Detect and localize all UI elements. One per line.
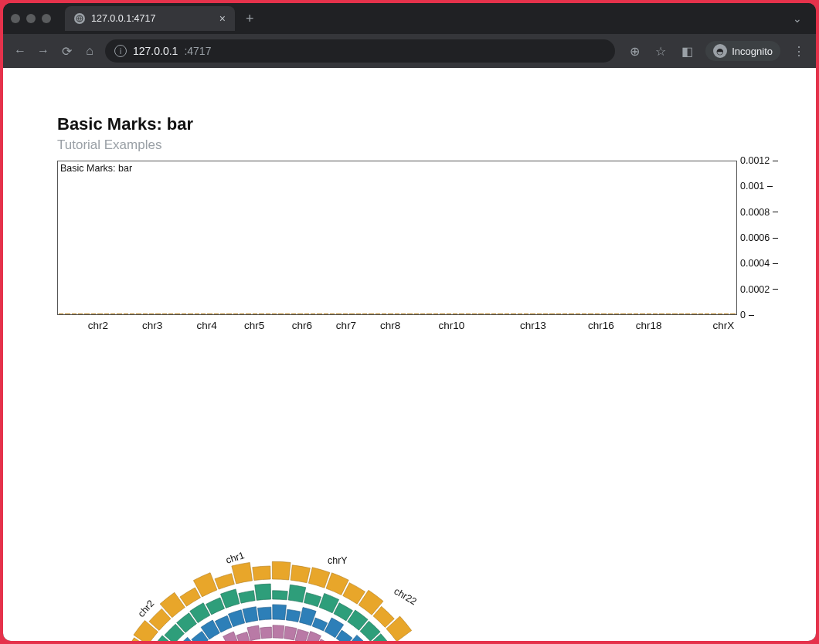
home-button[interactable]: ⌂ xyxy=(82,44,97,58)
ring-segment xyxy=(255,584,271,600)
bar xyxy=(433,314,438,314)
ring-segment xyxy=(243,607,258,623)
bar xyxy=(426,314,431,314)
bar xyxy=(246,314,250,314)
page-content: Basic Marks: bar Tutorial Examples Basic… xyxy=(3,68,816,641)
bar xyxy=(272,314,277,314)
bar xyxy=(382,314,386,314)
bar xyxy=(188,314,192,314)
x-tick-label: chrX xyxy=(713,320,735,331)
bar xyxy=(266,314,270,314)
bar xyxy=(549,314,554,314)
bar xyxy=(498,314,502,314)
bar xyxy=(259,314,263,314)
bar xyxy=(311,314,315,314)
bar xyxy=(505,314,509,314)
chart-title: Basic Marks: bar xyxy=(57,114,762,134)
bar xyxy=(614,314,619,314)
bar xyxy=(679,314,684,314)
bar xyxy=(685,314,690,314)
bar xyxy=(330,314,335,314)
chart-subtitle: Tutorial Examples xyxy=(57,137,762,153)
bar xyxy=(175,314,179,314)
site-info-icon[interactable]: i xyxy=(114,45,127,57)
browser-tab[interactable]: 127.0.0.1:4717 × xyxy=(65,6,235,31)
close-tab-icon[interactable]: × xyxy=(219,12,226,25)
y-tick: 0.0012 xyxy=(740,155,778,166)
bar xyxy=(653,314,658,314)
ring-segment xyxy=(284,626,297,640)
maximize-window-icon[interactable] xyxy=(42,14,51,23)
bar xyxy=(124,314,128,314)
ring-segment xyxy=(304,592,321,606)
side-panel-icon[interactable]: ◧ xyxy=(679,44,695,59)
close-window-icon[interactable] xyxy=(11,14,20,23)
window-controls xyxy=(11,14,51,23)
ring-segment xyxy=(239,591,255,603)
x-tick-label: chr7 xyxy=(336,320,356,331)
bar xyxy=(149,314,154,314)
ring-segment xyxy=(272,561,291,580)
bar xyxy=(485,314,490,314)
bar xyxy=(530,314,535,314)
bar xyxy=(491,314,496,314)
y-axis: 00.00020.00040.00060.00080.0010.0012 xyxy=(740,161,796,315)
ring-segment xyxy=(232,562,253,584)
y-tick: 0.0008 xyxy=(740,207,778,218)
arc-label-chrY: chrY xyxy=(328,555,348,566)
ring-segment xyxy=(215,574,234,589)
page-viewport[interactable]: Basic Marks: bar Tutorial Examples Basic… xyxy=(3,68,816,641)
bar xyxy=(195,314,199,314)
bar xyxy=(466,314,471,314)
x-tick-label: chr8 xyxy=(380,320,400,331)
x-tick-label: chr10 xyxy=(439,320,465,331)
kebab-menu-icon[interactable]: ⋮ xyxy=(791,44,807,59)
bar xyxy=(117,314,121,314)
bar xyxy=(143,314,148,314)
bar xyxy=(362,314,367,314)
bar xyxy=(136,314,141,314)
bar-chart[interactable]: Basic Marks: bar 00.00020.00040.00060.00… xyxy=(57,161,762,338)
x-tick-label: chr3 xyxy=(142,320,162,331)
bar xyxy=(201,314,206,314)
incognito-badge[interactable]: ◓ Incognito xyxy=(705,41,780,61)
ring-segment xyxy=(247,625,260,641)
ring-segment xyxy=(223,632,239,641)
bar xyxy=(72,314,76,314)
y-tick: 0.0006 xyxy=(740,232,778,243)
bar xyxy=(634,314,638,314)
bar xyxy=(343,314,348,314)
tabs-dropdown-icon[interactable]: ⌄ xyxy=(787,12,808,25)
bars-container xyxy=(58,161,736,314)
bar xyxy=(414,314,419,314)
bar xyxy=(356,314,361,314)
bar xyxy=(78,314,83,314)
bar xyxy=(595,314,600,314)
bar xyxy=(182,314,186,314)
reload-button[interactable]: ⟳ xyxy=(59,44,74,59)
address-bar[interactable]: i 127.0.0.1:4717 xyxy=(105,39,615,63)
bar xyxy=(291,314,296,314)
x-tick-label: chr4 xyxy=(196,320,216,331)
zoom-icon[interactable]: ⊕ xyxy=(627,44,642,59)
x-axis: chr2chr3chr4chr5chr6chr7chr8chr10chr13ch… xyxy=(57,320,737,338)
bar xyxy=(569,314,573,314)
minimize-window-icon[interactable] xyxy=(26,14,36,23)
circular-chart[interactable]: chr1 chr2 chr3 chrY chr22 chr18 chr17 ch… xyxy=(57,439,490,641)
bookmark-star-icon[interactable]: ☆ xyxy=(653,44,668,59)
ring-segment xyxy=(273,591,288,600)
ring-segment xyxy=(220,589,240,608)
bar xyxy=(233,314,238,314)
forward-button[interactable]: → xyxy=(36,44,51,58)
bar xyxy=(556,314,561,314)
bar xyxy=(588,314,593,314)
y-tick: 0.0002 xyxy=(740,284,778,295)
back-button[interactable]: ← xyxy=(12,44,28,58)
bar xyxy=(130,314,134,314)
bar xyxy=(207,314,212,314)
bar xyxy=(659,314,664,314)
bar xyxy=(369,314,373,314)
new-tab-button[interactable]: + xyxy=(241,11,259,27)
bar xyxy=(336,314,341,314)
bar xyxy=(91,314,96,314)
